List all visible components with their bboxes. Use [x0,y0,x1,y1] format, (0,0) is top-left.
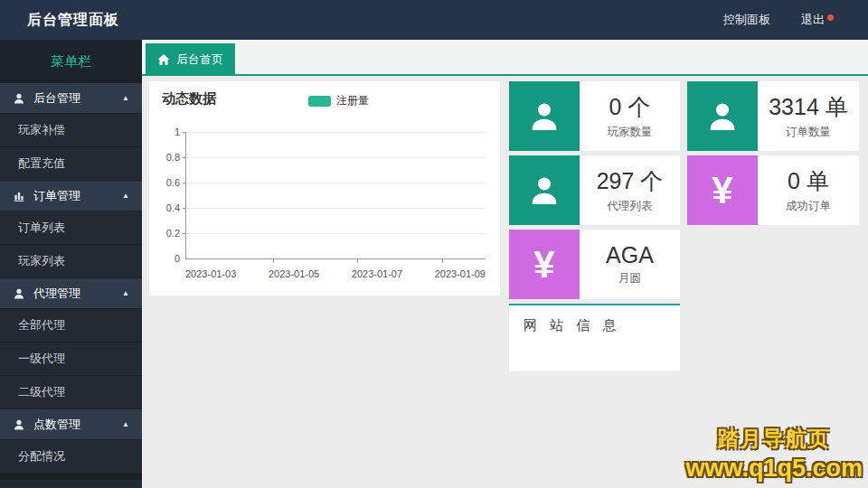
x-tick-label: 2023-01-05 [269,268,319,279]
collapse-arrow-icon[interactable]: ▲ [122,192,129,200]
sidebar-group-label: 订单管理 [33,188,80,204]
sidebar-group-label: 代理管理 [33,286,80,302]
x-tick-mark [273,258,274,263]
stat-card-agents[interactable]: 297 个 代理列表 [509,155,680,225]
user-icon [13,287,25,300]
stat-label: 成功订单 [786,199,831,214]
stat-label: 代理列表 [608,199,653,214]
home-icon [157,53,170,66]
stat-card-aga[interactable]: ¥ AGA 月圆 [509,230,680,299]
y-tick-label: 1 [175,127,180,137]
sidebar: 菜单栏 后台管理 ▲ 玩家补偿 配置充值 订单管理 ▲ 订单列表 玩家列表 代理… [0,40,142,488]
yen-icon: ¥ [509,230,580,299]
x-tick-label: 2023-01-07 [352,268,402,279]
sidebar-item-level2-agents[interactable]: 二级代理 [0,376,142,409]
sidebar-group-agents[interactable]: 代理管理 ▲ [0,278,142,309]
user-icon [13,418,25,431]
user-icon [509,155,580,225]
tab-home-label: 后台首页 [176,52,223,68]
website-info-card: 网 站 信 息 [509,304,680,371]
sidebar-item-player-compensation[interactable]: 玩家补偿 [0,114,142,147]
bar-chart-icon [13,190,25,202]
gridline [186,183,486,183]
sidebar-group-points[interactable]: 点数管理 ▲ [0,409,142,440]
topbar-links: 控制面板 退出 [723,12,868,28]
stat-value: 0 个 [609,92,651,122]
legend-label: 注册量 [336,93,369,108]
gridline [186,208,486,209]
sidebar-item-allocation[interactable]: 分配情况 [0,440,142,474]
y-tick-mark [183,157,186,158]
sidebar-item-player-list[interactable]: 玩家列表 [0,245,142,278]
collapse-arrow-icon[interactable]: ▲ [122,420,129,428]
sidebar-item-level1-agents[interactable]: 一级代理 [0,343,142,376]
y-tick-label: 0.4 [166,202,180,213]
logout-link[interactable]: 退出 [801,12,825,28]
stat-value: 3314 单 [769,92,848,122]
sidebar-group-orders[interactable]: 订单管理 ▲ [0,181,142,211]
collapse-arrow-icon[interactable]: ▲ [122,289,129,297]
tabbar: 后台首页 [142,40,868,76]
stat-label: 订单数量 [786,125,831,140]
sidebar-item-order-list[interactable]: 订单列表 [0,211,142,245]
tab-home[interactable]: 后台首页 [146,43,235,76]
stat-label: 玩家数量 [608,125,653,140]
stat-value: 297 个 [597,166,664,196]
x-tick-mark [357,258,358,263]
user-icon [13,92,25,105]
y-tick-label: 0.2 [166,228,180,239]
user-icon [687,81,758,151]
x-tick-mark [442,258,443,263]
x-tick-label: 2023-01-03 [185,268,236,279]
stat-label: 月圆 [618,271,641,286]
gridline [186,157,486,158]
stat-card-success-orders[interactable]: ¥ 0 单 成功订单 [687,155,859,225]
main-content: 动态数据 注册量 1 0.8 0.6 0.4 0.2 0 [142,78,868,488]
stat-value: AGA [606,242,654,268]
sidebar-group-backend[interactable]: 后台管理 ▲ [0,83,142,114]
sidebar-group-label: 点数管理 [33,417,80,433]
yen-glyph: ¥ [533,246,554,284]
y-tick-mark [183,208,186,209]
y-tick-mark [183,233,186,234]
logout-label: 退出 [801,13,825,26]
y-tick-label: 0 [175,253,180,264]
sidebar-divider [0,474,142,480]
app-title: 后台管理面板 [0,11,119,30]
website-info-title: 网 站 信 息 [524,317,665,334]
sidebar-item-recharge-config[interactable]: 配置充值 [0,147,142,181]
stat-card-players[interactable]: 0 个 玩家数量 [509,81,680,151]
user-icon [509,81,580,151]
collapse-arrow-icon[interactable]: ▲ [122,94,129,102]
y-tick-mark [183,132,186,133]
dynamic-data-chart-card: 动态数据 注册量 1 0.8 0.6 0.4 0.2 0 [149,81,500,296]
gridline [186,132,486,133]
watermark-url: www.q1q5.com [685,455,863,483]
y-tick-mark [183,183,186,183]
chart-legend[interactable]: 注册量 [308,93,369,108]
line-chart-plot-area: 1 0.8 0.6 0.4 0.2 0 [185,132,486,259]
watermark: 踏月导航页 www.q1q5.com [685,425,863,483]
sidebar-group-label: 后台管理 [33,90,80,107]
y-tick-label: 0.6 [166,177,180,188]
gridline [186,233,486,234]
x-tick-label: 2023-01-09 [435,268,486,279]
yen-icon: ¥ [687,155,758,225]
notification-dot-icon [827,14,834,21]
sidebar-header: 菜单栏 [0,40,142,83]
stat-value: 0 单 [788,166,829,196]
control-panel-link[interactable]: 控制面板 [723,12,770,28]
topbar: 后台管理面板 控制面板 退出 [0,0,868,40]
y-tick-label: 0.8 [166,152,180,163]
yen-glyph: ¥ [712,172,732,210]
stats-grid: 0 个 玩家数量 3314 单 订单数量 297 个 代理列表 [509,81,859,373]
sidebar-item-all-agents[interactable]: 全部代理 [0,309,142,343]
legend-swatch-icon [308,96,331,107]
stat-card-orders[interactable]: 3314 单 订单数量 [687,81,859,151]
watermark-title: 踏月导航页 [685,425,863,453]
x-axis-labels: 2023-01-03 2023-01-05 2023-01-07 2023-01… [185,268,486,279]
chart-title: 动态数据 [162,90,216,108]
